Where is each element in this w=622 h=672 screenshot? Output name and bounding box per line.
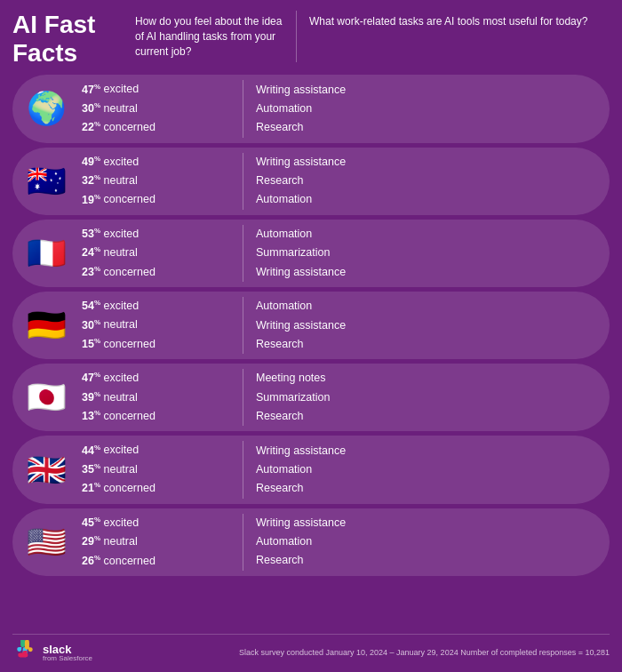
data-rows-container: 🌍 47% excited 30% neutral 22% concerned … <box>12 75 610 630</box>
table-row: 🇺🇸 45% excited 29% neutral 26% concerned… <box>12 508 610 576</box>
task-item: Research <box>256 407 601 426</box>
col-header-feelings: How do you feel about the idea of AI han… <box>128 11 297 62</box>
task-item: Summarization <box>256 244 601 262</box>
neutral-stat: 29% neutral <box>82 532 235 551</box>
title-block: AI Fast Facts <box>12 11 128 68</box>
excited-stat: 44% excited <box>82 441 235 460</box>
task-item: Research <box>256 335 601 354</box>
excited-stat: 47% excited <box>82 80 235 99</box>
tasks-cell: Writing assistanceAutomationResearch <box>243 514 601 571</box>
concerned-stat: 21% concerned <box>82 479 235 498</box>
tasks-cell: Writing assistanceResearchAutomation <box>243 153 601 210</box>
footer: slack from Salesforce Slack survey condu… <box>12 634 610 665</box>
concerned-stat: 19% concerned <box>82 190 235 209</box>
flag-cell: 🇫🇷 <box>18 231 75 276</box>
header-row: AI Fast Facts How do you feel about the … <box>12 11 610 68</box>
flag-cell: 🌍 <box>18 86 75 131</box>
task-item: Writing assistance <box>256 81 601 100</box>
flag-au: 🇦🇺 <box>24 159 68 204</box>
flag-cell: 🇦🇺 <box>18 159 75 204</box>
feelings-cell: 53% excited 24% neutral 23% concerned <box>75 225 243 282</box>
flag-cell: 🇯🇵 <box>18 375 75 420</box>
task-item: Meeting notes <box>256 369 601 388</box>
task-item: Automation <box>256 532 601 551</box>
task-item: Writing assistance <box>256 263 601 282</box>
excited-stat: 47% excited <box>82 369 235 388</box>
concerned-stat: 13% concerned <box>82 407 235 426</box>
task-item: Writing assistance <box>256 442 601 460</box>
footer-note: Slack survey conducted January 10, 2024 … <box>239 648 610 657</box>
feelings-cell: 47% excited 30% neutral 22% concerned <box>75 80 243 137</box>
task-item: Summarization <box>256 388 601 407</box>
flag-jp: 🇯🇵 <box>24 375 68 420</box>
flag-us: 🇺🇸 <box>24 520 68 564</box>
tasks-cell: AutomationSummarizationWriting assistanc… <box>243 225 601 282</box>
flag-uk: 🇬🇧 <box>24 448 68 492</box>
flag-fr: 🇫🇷 <box>24 231 68 276</box>
table-row: 🇬🇧 44% excited 35% neutral 21% concerned… <box>12 436 610 503</box>
table-row: 🌍 47% excited 30% neutral 22% concerned … <box>12 75 610 142</box>
table-row: 🇩🇪 54% excited 30% neutral 15% concerned… <box>12 292 610 359</box>
slack-text: slack from Salesforce <box>43 644 92 662</box>
slack-sub: from Salesforce <box>43 655 92 662</box>
excited-stat: 45% excited <box>82 514 235 532</box>
flag-cell: 🇩🇪 <box>18 303 75 348</box>
task-item: Research <box>256 118 601 137</box>
slack-icon <box>12 640 37 665</box>
table-row: 🇫🇷 53% excited 24% neutral 23% concerned… <box>12 220 610 287</box>
task-item: Research <box>256 172 601 190</box>
flag-cell: 🇺🇸 <box>18 520 75 564</box>
tasks-cell: Meeting notesSummarizationResearch <box>243 369 601 426</box>
concerned-stat: 26% concerned <box>82 552 235 571</box>
feelings-cell: 45% excited 29% neutral 26% concerned <box>75 514 243 571</box>
task-item: Writing assistance <box>256 153 601 172</box>
neutral-stat: 32% neutral <box>82 172 235 190</box>
column-headers: How do you feel about the idea of AI han… <box>128 11 610 62</box>
flag-de: 🇩🇪 <box>24 303 68 348</box>
tasks-cell: AutomationWriting assistanceResearch <box>243 297 601 354</box>
concerned-stat: 23% concerned <box>82 263 235 282</box>
page-container: AI Fast Facts How do you feel about the … <box>0 0 622 672</box>
flag-cell: 🇬🇧 <box>18 448 75 492</box>
excited-stat: 49% excited <box>82 153 235 172</box>
col-header-tasks: What work-related tasks are AI tools mos… <box>297 11 610 62</box>
slack-name: slack <box>43 644 92 655</box>
table-row: 🇯🇵 47% excited 39% neutral 13% concerned… <box>12 364 610 431</box>
task-item: Automation <box>256 225 601 244</box>
excited-stat: 54% excited <box>82 297 235 316</box>
neutral-stat: 39% neutral <box>82 388 235 407</box>
tasks-cell: Writing assistanceAutomationResearch <box>243 81 601 138</box>
task-item: Research <box>256 479 601 498</box>
excited-stat: 53% excited <box>82 225 235 244</box>
flag-world: 🌍 <box>24 86 68 131</box>
concerned-stat: 15% concerned <box>82 335 235 354</box>
task-item: Automation <box>256 460 601 479</box>
task-item: Automation <box>256 190 601 209</box>
feelings-cell: 54% excited 30% neutral 15% concerned <box>75 297 243 354</box>
slack-logo: slack from Salesforce <box>12 640 92 665</box>
tasks-cell: Writing assistanceAutomationResearch <box>243 442 601 499</box>
feelings-cell: 49% excited 32% neutral 19% concerned <box>75 153 243 210</box>
feelings-cell: 47% excited 39% neutral 13% concerned <box>75 369 243 426</box>
neutral-stat: 30% neutral <box>82 100 235 118</box>
task-item: Writing assistance <box>256 514 601 532</box>
concerned-stat: 22% concerned <box>82 118 235 137</box>
table-row: 🇦🇺 49% excited 32% neutral 19% concerned… <box>12 148 610 215</box>
task-item: Writing assistance <box>256 316 601 335</box>
task-item: Research <box>256 551 601 570</box>
neutral-stat: 30% neutral <box>82 316 235 334</box>
neutral-stat: 24% neutral <box>82 244 235 262</box>
page-title: AI Fast Facts <box>12 11 128 68</box>
feelings-cell: 44% excited 35% neutral 21% concerned <box>75 441 243 498</box>
neutral-stat: 35% neutral <box>82 460 235 479</box>
task-item: Automation <box>256 297 601 316</box>
task-item: Automation <box>256 100 601 118</box>
